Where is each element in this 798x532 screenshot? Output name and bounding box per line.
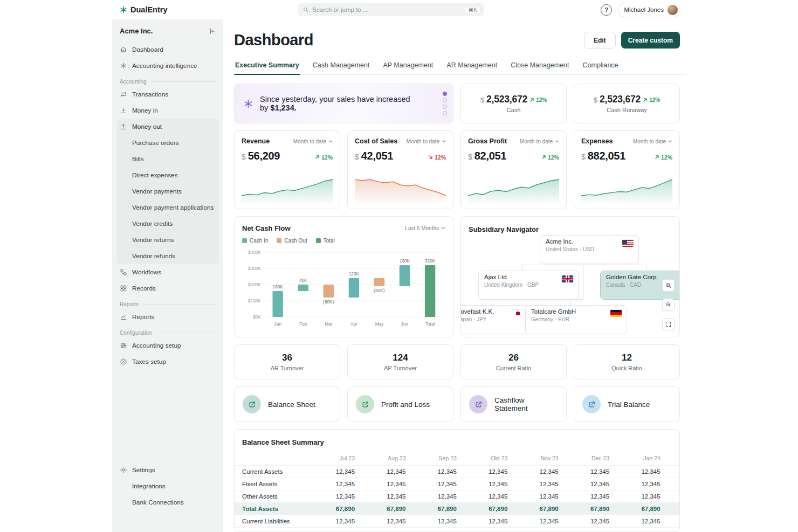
sidebar-item-label: Transactions bbox=[132, 91, 168, 98]
sidebar-item-purchase-orders[interactable]: Purchase orders bbox=[116, 135, 219, 151]
table-cell: 12,345 bbox=[461, 478, 512, 490]
kpi-card-revenue: RevenueMonth to date$56,20912% bbox=[234, 130, 340, 209]
edit-button[interactable]: Edit bbox=[584, 32, 616, 49]
metric-value: 36 bbox=[282, 353, 292, 363]
subsidiary-node-ajax-ltd[interactable]: Ajax Ltd. United Kingdom · GBP bbox=[478, 271, 579, 300]
chevron-down-icon bbox=[441, 227, 445, 230]
kpi-sparkline bbox=[242, 175, 333, 203]
sidebar-item-settings[interactable]: Settings bbox=[116, 462, 219, 478]
sidebar-item-direct-expenses[interactable]: Direct expenses bbox=[116, 167, 219, 183]
legend-swatch bbox=[277, 238, 281, 243]
sidebar-item-bills[interactable]: Bills bbox=[116, 151, 219, 167]
sidebar-item-vendor-payments[interactable]: Vendor payments bbox=[116, 183, 219, 199]
table-cell: 12,345 bbox=[308, 478, 359, 490]
tab-executive-summary[interactable]: Executive Summary bbox=[234, 61, 300, 74]
sidebar-nav: DashboardAccounting intelligenceAccounti… bbox=[116, 42, 219, 370]
legend-label: Cash Out bbox=[284, 238, 307, 244]
dashboard-content: Since yesterday, your sales have increas… bbox=[234, 84, 680, 532]
sidebar-group-money-out: Money outPurchase ordersBillsDirect expe… bbox=[116, 119, 219, 264]
kpi-card-expenses: ExpensesMonth to date$882,05112% bbox=[574, 130, 680, 209]
table-cell: 12,345 bbox=[665, 490, 680, 503]
sidebar-item-taxes-setup[interactable]: Taxes setup bbox=[116, 354, 219, 370]
period-dropdown[interactable]: Month to date bbox=[633, 139, 672, 144]
tab-cash-management[interactable]: Cash Management bbox=[312, 61, 371, 74]
sidebar-item-vendor-credits[interactable]: Vendor credits bbox=[116, 216, 219, 232]
sidebar-item-vendor-returns[interactable]: Vendor returns bbox=[116, 232, 219, 248]
table-cell: 12,345 bbox=[359, 466, 410, 478]
period-dropdown[interactable]: Month to date bbox=[293, 139, 333, 144]
tab-compliance[interactable]: Compliance bbox=[582, 61, 620, 74]
kpi-change: 12% bbox=[655, 154, 672, 161]
period-dropdown[interactable]: Month to date bbox=[520, 139, 559, 144]
report-link-trial-balance[interactable]: Trial Balance bbox=[574, 386, 680, 422]
metric-card-ar-turnover: 36AR Turnover bbox=[234, 344, 340, 379]
zoom-in-button[interactable] bbox=[662, 279, 675, 292]
fullscreen-button[interactable] bbox=[662, 318, 675, 330]
tab-ap-management[interactable]: AP Management bbox=[382, 61, 434, 74]
legend-item-total: Total bbox=[316, 238, 335, 244]
zoom-out-button[interactable] bbox=[662, 299, 675, 311]
table-cell: 12,345 bbox=[563, 515, 614, 528]
sidebar-item-accounting-intelligence[interactable]: Accounting intelligence bbox=[116, 58, 219, 74]
subsidiary-node-acme-inc[interactable]: Acme Inc. United States · USD bbox=[540, 235, 639, 264]
subsidiary-node-totalcare-gmbh[interactable]: Totalcare GmbH Germany · EUR bbox=[525, 305, 627, 334]
report-link-cashflow-statement[interactable]: Cashflow Statement bbox=[460, 386, 567, 422]
sidebar-item-records[interactable]: Records bbox=[116, 280, 219, 296]
tab-ar-management[interactable]: AR Management bbox=[445, 61, 498, 74]
carousel-dot[interactable] bbox=[443, 92, 447, 96]
legend-label: Cash In bbox=[250, 238, 268, 244]
sidebar-item-dashboard[interactable]: Dashboard bbox=[116, 42, 219, 58]
report-link-profit-and-loss[interactable]: Profit and Loss bbox=[347, 386, 453, 422]
create-custom-button[interactable]: Create custom bbox=[621, 32, 680, 49]
table-title: Balance Sheet Summary bbox=[235, 430, 679, 453]
sidebar-item-transactions[interactable]: Transactions bbox=[116, 86, 219, 102]
stat-change: 12% bbox=[643, 97, 660, 103]
table-cell: 67,890 bbox=[665, 503, 680, 515]
svg-text:$0K: $0K bbox=[253, 314, 261, 320]
table-cell: 12,345 bbox=[359, 478, 410, 490]
period-dropdown[interactable]: Month to date bbox=[407, 139, 446, 144]
transactions-icon bbox=[120, 91, 127, 98]
table-cell: 12,345 bbox=[614, 466, 664, 478]
sidebar-item-integrations[interactable]: Integrations bbox=[116, 478, 219, 494]
sidebar-section-reports: Reports bbox=[120, 301, 216, 307]
sales-insight-banner: Since yesterday, your sales have increas… bbox=[234, 84, 453, 123]
search-placeholder: Search or jump to ... bbox=[312, 6, 368, 13]
subsidiary-node-lovefast-kk[interactable]: Lovefast K.K. Japan · JPY bbox=[460, 305, 529, 334]
sidebar-item-bank-connections[interactable]: Bank Connections bbox=[116, 494, 219, 510]
node-detail: United Kingdom · GBP bbox=[484, 282, 573, 288]
node-name: Totalcare GmbH bbox=[531, 308, 621, 315]
range-dropdown[interactable]: Last 6 Months bbox=[405, 225, 445, 231]
sidebar-item-money-out[interactable]: Money out bbox=[116, 119, 219, 135]
sidebar-item-money-in[interactable]: Money in bbox=[116, 102, 219, 119]
sidebar-item-accounting-setup[interactable]: Accounting setup bbox=[116, 337, 219, 354]
table-cell: 12,345 bbox=[461, 466, 512, 478]
tab-close-management[interactable]: Close Management bbox=[510, 61, 570, 74]
carousel-dot[interactable] bbox=[443, 105, 447, 109]
svg-text:Feb: Feb bbox=[299, 321, 307, 327]
collapse-sidebar-icon[interactable] bbox=[208, 27, 216, 35]
table-cell: 12,345 bbox=[563, 466, 614, 478]
sidebar-item-workflows[interactable]: Workflows bbox=[116, 264, 219, 280]
sidebar-section-configuration: Configuration bbox=[120, 330, 216, 336]
connector-line bbox=[570, 299, 570, 305]
sidebar-item-label: Accounting intelligence bbox=[132, 62, 197, 70]
report-link-label: Trial Balance bbox=[608, 400, 650, 409]
metric-value: 12 bbox=[622, 353, 632, 363]
sidebar-item-vendor-payment-applications[interactable]: Vendor payment applications bbox=[116, 199, 219, 216]
carousel-dot[interactable] bbox=[443, 111, 447, 115]
help-button[interactable]: ? bbox=[601, 4, 612, 16]
svg-text:320K: 320K bbox=[425, 258, 436, 264]
sidebar-item-vendor-refunds[interactable]: Vendor refunds bbox=[116, 248, 219, 264]
table-row-current-liabilities: Current Liabilities12,34512,34512,34512,… bbox=[235, 515, 680, 528]
table-cell: 12,345 bbox=[665, 515, 680, 528]
arrow-up-right-icon bbox=[643, 98, 648, 102]
navigator-controls bbox=[662, 279, 675, 330]
sidebar-item-reports[interactable]: Reports bbox=[116, 309, 219, 325]
org-name[interactable]: Acme Inc. bbox=[120, 27, 153, 35]
search-input[interactable]: Search or jump to ... ⌘K bbox=[298, 3, 484, 16]
user-menu[interactable]: Michael Jones bbox=[617, 3, 680, 17]
carousel-dot[interactable] bbox=[443, 98, 447, 102]
report-link-balance-sheet[interactable]: Balance Sheet bbox=[234, 386, 340, 422]
search-shortcut: ⌘K bbox=[465, 6, 480, 14]
